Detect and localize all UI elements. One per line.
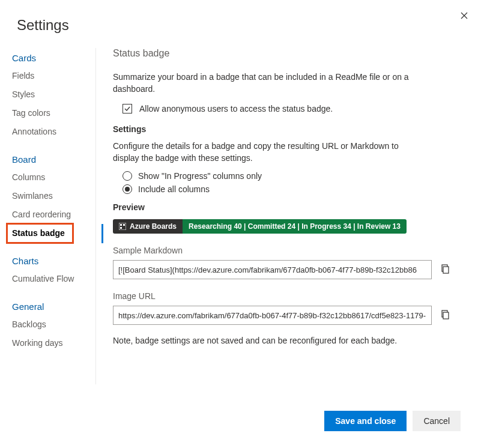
save-and-close-button[interactable]: Save and close <box>324 411 407 431</box>
copy-icon <box>440 310 450 319</box>
sidebar-selection-indicator <box>101 224 103 243</box>
sidebar-item-cumulative-flow[interactable]: Cumulative Flow <box>7 270 95 288</box>
dialog-footer: Save and close Cancel <box>324 411 461 431</box>
sidebar-item-swimlanes[interactable]: Swimlanes <box>7 187 95 205</box>
sidebar-item-columns[interactable]: Columns <box>7 168 95 187</box>
sidebar-section-general: General <box>7 297 95 315</box>
radio-include-all-label: Include all columns <box>138 184 210 194</box>
radio-icon <box>123 171 132 181</box>
sidebar-item-status-badge[interactable]: Status badge <box>7 224 73 243</box>
svg-rect-7 <box>443 312 449 319</box>
sidebar-section-board: Board <box>7 150 95 168</box>
badge-brand-segment: Azure Boards <box>113 219 183 234</box>
cancel-button[interactable]: Cancel <box>413 411 461 431</box>
badge-brand-text: Azure Boards <box>130 222 177 231</box>
lead-text: Summarize your board in a badge that can… <box>113 71 425 95</box>
sidebar-item-annotations[interactable]: Annotations <box>7 123 95 141</box>
dialog-title: Settings <box>0 0 481 34</box>
badge-note: Note, badge settings are not saved and c… <box>113 336 452 345</box>
close-button[interactable] <box>458 10 470 23</box>
status-badge-preview: Azure Boards Researching 40 | Committed … <box>113 219 407 234</box>
check-icon <box>124 106 130 112</box>
svg-rect-0 <box>119 223 126 230</box>
sidebar-item-card-reordering[interactable]: Card reordering <box>7 205 95 224</box>
svg-rect-5 <box>443 267 449 273</box>
svg-rect-3 <box>120 227 122 229</box>
sidebar-item-working-days[interactable]: Working days <box>7 334 95 353</box>
settings-subtitle: Settings <box>113 124 452 134</box>
sidebar-item-styles[interactable]: Styles <box>7 85 95 104</box>
copy-markdown-button[interactable] <box>438 262 452 278</box>
allow-anonymous-checkbox[interactable] <box>123 104 132 114</box>
svg-rect-2 <box>123 224 125 226</box>
sidebar-item-backlogs[interactable]: Backlogs <box>7 315 95 334</box>
radio-show-in-progress-label: Show "In Progress" columns only <box>138 171 262 181</box>
sample-markdown-label: Sample Markdown <box>113 246 452 255</box>
radio-include-all[interactable]: Include all columns <box>123 184 452 194</box>
copy-url-button[interactable] <box>438 307 452 324</box>
settings-desc: Configure the details for a badge and co… <box>113 140 425 165</box>
radio-show-in-progress[interactable]: Show "In Progress" columns only <box>123 171 452 181</box>
image-url-input[interactable] <box>113 306 432 325</box>
azure-boards-icon <box>119 223 126 230</box>
page-heading: Status badge <box>113 48 452 59</box>
sidebar-item-tag-colors[interactable]: Tag colors <box>7 104 95 123</box>
preview-subtitle: Preview <box>113 202 452 212</box>
sidebar-item-fields[interactable]: Fields <box>7 67 95 85</box>
svg-rect-1 <box>120 224 122 226</box>
close-icon <box>461 12 468 19</box>
image-url-label: Image URL <box>113 291 452 301</box>
sidebar-section-cards: Cards <box>7 48 95 67</box>
allow-anonymous-label: Allow anonymous users to access the stat… <box>139 104 333 114</box>
radio-icon <box>123 184 132 194</box>
settings-sidebar: Cards Fields Styles Tag colors Annotatio… <box>0 48 96 384</box>
sample-markdown-input[interactable] <box>113 260 432 279</box>
sidebar-section-charts: Charts <box>7 251 95 270</box>
settings-main: Status badge Summarize your board in a b… <box>96 48 481 384</box>
copy-icon <box>440 264 450 274</box>
badge-status-text: Researching 40 | Committed 24 | In Progr… <box>183 219 407 234</box>
